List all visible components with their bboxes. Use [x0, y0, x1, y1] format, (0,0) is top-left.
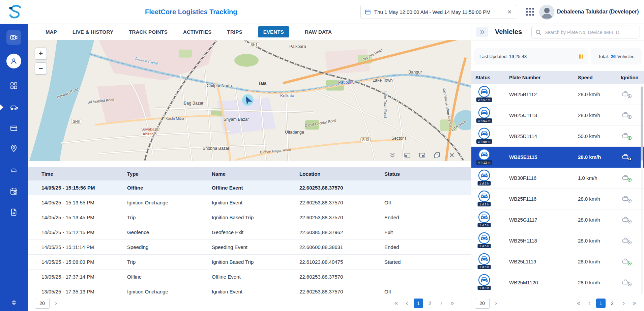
- taxi-icon: [10, 166, 18, 174]
- user-avatar[interactable]: [539, 5, 554, 20]
- event-type: Speeding: [127, 244, 212, 250]
- map-label: Ahiritola: [143, 132, 157, 136]
- collapse-panel-button[interactable]: [476, 27, 488, 37]
- vehicle-row[interactable]: 1 d 3 hWB25G111728.0 km/h: [471, 209, 644, 230]
- vehicle-icon: [478, 232, 490, 244]
- sidebar-item-drivers[interactable]: [6, 54, 21, 68]
- total-vehicles-box: Total: 26 Vehicles: [591, 48, 642, 64]
- event-row[interactable]: 14/05/25 - 15:13:45 PMTripIgnition Based…: [28, 210, 471, 225]
- sidebar-item-fleet[interactable]: [6, 162, 21, 177]
- vehicle-duration-badge: 1 d 3 h: [477, 244, 491, 248]
- vehicle-row[interactable]: 1 d 2 hWB25F111628.0 km/h: [471, 189, 644, 209]
- calendar-icon: [365, 9, 371, 15]
- page-size: 20: [39, 301, 45, 306]
- search-input[interactable]: [544, 26, 638, 38]
- vehicle-plate: WB25B1112: [509, 91, 578, 97]
- page-size-select[interactable]: 20: [35, 298, 50, 309]
- sidebar-item-wallet[interactable]: [6, 121, 21, 136]
- apps-grid-button[interactable]: [525, 7, 535, 17]
- page-size-expand-icon[interactable]: ›: [52, 300, 60, 307]
- ignition-status-icon: [621, 237, 632, 245]
- map-zoom-controls: + −: [35, 48, 47, 77]
- date-range-text: Thu 1 May 12:00:00 AM - Wed 14 May 11:59…: [374, 9, 504, 15]
- page-2[interactable]: 2: [425, 299, 435, 308]
- vehicle-row[interactable]: 3 h 51 mWB25C111328.0 km/h: [471, 105, 644, 126]
- events-table-header: Time Type Name Location Status: [28, 167, 471, 180]
- vehicle-row[interactable]: 1 d 2 hWB30F11161.0 km/h: [471, 168, 644, 189]
- event-status: Off: [384, 289, 471, 294]
- vehicle-row[interactable]: 1 d 3 hWB25M112028.0 km/h: [471, 272, 644, 293]
- event-row[interactable]: 13/05/25 - 17:37:14 PMOfflineOffline Eve…: [28, 270, 471, 284]
- tab-map[interactable]: MAP: [46, 29, 57, 35]
- last-page-button[interactable]: »: [631, 300, 639, 307]
- page-size-select[interactable]: 20: [475, 298, 490, 309]
- scrollbar-thumb[interactable]: [641, 87, 643, 161]
- vehicle-marker[interactable]: [242, 94, 254, 106]
- page-1[interactable]: 1: [414, 299, 423, 308]
- total-label: Total:: [598, 54, 609, 59]
- event-row[interactable]: 14/05/25 - 15:11:14 PMSpeedingSpeeding E…: [28, 240, 471, 255]
- vehicle-icon: [478, 128, 490, 140]
- vehicle-row[interactable]: 1 d 3 hWB25H111828.0 km/h: [471, 230, 644, 251]
- last-page-button[interactable]: »: [448, 300, 456, 307]
- prev-page-button[interactable]: ‹: [403, 300, 411, 307]
- pause-refresh-button[interactable]: [579, 54, 583, 59]
- first-page-button[interactable]: «: [392, 300, 400, 307]
- date-range-picker[interactable]: Thu 1 May 12:00:00 AM - Wed 14 May 11:59…: [360, 5, 516, 19]
- dock-right-icon[interactable]: [418, 151, 426, 159]
- page-2[interactable]: 2: [608, 299, 617, 308]
- event-row[interactable]: 14/05/25 - 15:12:15 PMGeofenceGeofence E…: [28, 225, 471, 240]
- clear-date-icon[interactable]: ✕: [507, 9, 512, 15]
- event-location: 22.61023,88.40475: [299, 259, 384, 265]
- map-label: Paikpara: [289, 44, 306, 49]
- event-status: Started: [384, 259, 471, 265]
- tab-live-history[interactable]: LIVE & HISTORY: [72, 29, 113, 35]
- sidebar-item-schedule[interactable]: [6, 184, 21, 199]
- sidebar-item-dashboard[interactable]: [6, 78, 21, 93]
- first-page-button[interactable]: «: [575, 300, 583, 307]
- vehicle-status: 1 d 3 h: [475, 251, 509, 272]
- vehicle-speed: 28.0 km/h: [578, 154, 621, 160]
- map-label: Chitpur North: [207, 83, 232, 88]
- ignition-status-icon: [621, 279, 632, 287]
- zoom-in-button[interactable]: +: [35, 48, 47, 60]
- zoom-out-button[interactable]: −: [35, 62, 47, 75]
- tab-raw-data[interactable]: RAW DATA: [305, 29, 332, 35]
- vehicle-row[interactable]: 3 h 59 mWB25D111450.0 km/h: [471, 126, 644, 147]
- tab-events[interactable]: EVENTS: [258, 26, 289, 37]
- sidebar-item-reports[interactable]: [6, 205, 21, 220]
- col-speed: Speed: [578, 75, 621, 80]
- vehicle-icon: [478, 190, 490, 202]
- page-1[interactable]: 1: [596, 299, 606, 308]
- map-view[interactable]: SH1PaikparaJessore RoadBangurLake TownPa…: [28, 40, 471, 161]
- event-row[interactable]: 14/05/25 - 15:13:55 PMIgnition OnchangeI…: [28, 195, 471, 210]
- event-location: 22.60385,88.37962: [299, 229, 384, 235]
- restore-window-icon[interactable]: [433, 151, 441, 159]
- sidebar-item-locations[interactable]: [6, 141, 21, 156]
- collapse-panel-icon[interactable]: [389, 151, 396, 159]
- event-time: 14/05/25 - 15:11:14 PM: [41, 244, 127, 250]
- dock-left-icon[interactable]: [404, 151, 411, 159]
- page-size-expand-icon[interactable]: ›: [492, 300, 500, 307]
- driver-icon: [10, 57, 18, 65]
- event-row[interactable]: 14/05/25 - 15:08:03 PMTripIgnition Based…: [28, 255, 471, 270]
- sidebar-item-vehicles[interactable]: [6, 100, 21, 115]
- dashboard-icon: [10, 82, 18, 90]
- event-row[interactable]: 14/05/25 - 15:15:56 PMOfflineOffline Eve…: [28, 180, 471, 195]
- next-page-button[interactable]: ›: [620, 300, 628, 307]
- vehicle-row[interactable]: 4 h 12 mWB25E111528.0 km/h: [471, 147, 644, 168]
- vehicle-duration-badge: 3 h 59 m: [476, 139, 492, 144]
- tab-activities[interactable]: ACTIVITIES: [183, 29, 212, 35]
- tab-track-points[interactable]: TRACK POINTS: [129, 29, 168, 35]
- vehicle-icon: [478, 169, 490, 181]
- tab-trips[interactable]: TRIPS: [227, 29, 242, 35]
- next-page-button[interactable]: ›: [437, 300, 445, 307]
- close-icon[interactable]: [448, 151, 456, 159]
- sidebar-item-camera[interactable]: [6, 30, 21, 45]
- map-label: Ultadanga: [285, 130, 304, 135]
- prev-page-button[interactable]: ‹: [585, 300, 593, 307]
- vehicle-row[interactable]: 2 h 57 mWB25B111228.0 km/h: [471, 84, 644, 105]
- vehicle-row[interactable]: 1 d 3 hWB25L111928.0 km/h: [471, 251, 644, 272]
- vehicles-panel-header: Vehicles: [471, 24, 644, 40]
- event-row[interactable]: 13/05/25 - 17:35:13 PMIgnition OnchangeI…: [28, 284, 471, 295]
